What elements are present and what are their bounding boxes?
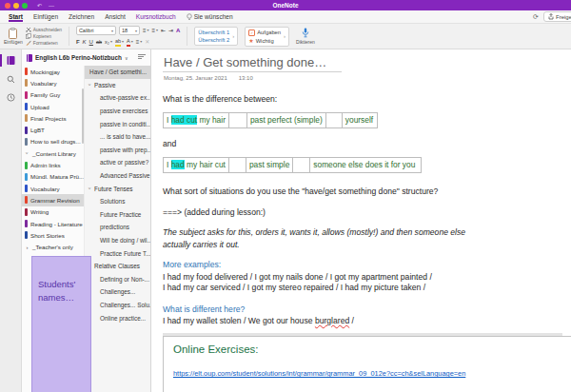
section-tab[interactable]: Upload <box>22 101 84 112</box>
page-item[interactable]: predictions <box>85 221 150 234</box>
styles-expand-icon[interactable]: › <box>232 33 234 39</box>
tab-ansicht[interactable]: Ansicht <box>105 11 126 22</box>
section-group[interactable]: ›_Content Library <box>22 147 84 159</box>
clear-button[interactable]: ✕ <box>145 38 149 46</box>
page-group[interactable]: ›Relative Clauses <box>85 260 150 273</box>
page-item[interactable]: active or passive? <box>85 156 150 169</box>
page-title[interactable]: Have / Get something done… <box>163 55 342 72</box>
tab-start[interactable]: Start <box>9 11 23 22</box>
page-group[interactable]: ›Passive <box>85 79 150 92</box>
chevron-down-icon: › <box>25 151 30 156</box>
dictate-button[interactable]: Diktieren <box>296 28 315 45</box>
font-color-button[interactable]: A▾ <box>127 37 133 47</box>
sort-icon[interactable] <box>138 54 146 60</box>
page-item[interactable]: Challenges... <box>85 285 150 299</box>
italic-button[interactable]: K <box>83 38 87 46</box>
section-tab[interactable]: Grammar Revision <box>22 194 84 206</box>
font-name-select[interactable]: Calibri▾ <box>76 26 116 35</box>
clear-formatting-button[interactable]: A <box>176 27 180 34</box>
cut-button[interactable]: Ausschneiden <box>26 27 62 32</box>
search-rail-button[interactable] <box>0 75 21 84</box>
notebook-header[interactable]: English L6b Perino-Notizbuch ∨ <box>22 49 150 66</box>
table-cell <box>325 112 342 127</box>
highlight-color-button[interactable]: ab▾ <box>115 37 124 47</box>
close-button[interactable] <box>5 3 10 9</box>
section-tab[interactable]: Mündl. Matura Prü... <box>22 171 84 183</box>
page-item[interactable]: Have / Get somethi... <box>85 66 150 79</box>
sync-status-icon[interactable]: ⟳ <box>533 13 539 20</box>
tag-todo[interactable]: ✓ Aufgaben <box>248 29 281 36</box>
section-tab[interactable]: LgBT <box>22 124 84 135</box>
page-group[interactable]: ›Future Tenses <box>85 182 150 195</box>
outdent-button[interactable]: ⇤ <box>161 27 166 34</box>
arrow-note: ===> (added during lesson:) <box>163 207 571 217</box>
bullet-list-button[interactable]: ≡▾ <box>143 27 149 34</box>
paste-button[interactable]: Einfügen <box>4 28 23 45</box>
subscript-button[interactable]: x₂▾ <box>105 38 112 46</box>
page-item[interactable]: Online practice... <box>85 311 150 324</box>
strikethrough-button[interactable]: ab <box>96 38 102 46</box>
page-item[interactable]: Challenges... Solu... <box>85 299 150 312</box>
scrollbar[interactable] <box>82 88 84 144</box>
section-tab[interactable]: Writing <box>22 206 84 218</box>
undo-icon[interactable]: ↶ <box>37 3 42 9</box>
page-item[interactable]: Future Practice <box>85 208 150 222</box>
section-label: Writing <box>30 208 49 215</box>
section-group[interactable]: ›_Teacher's only <box>22 241 84 252</box>
notebooks-rail-button[interactable] <box>0 55 21 66</box>
page-item[interactable]: Will be doing / wil... <box>85 234 150 247</box>
tab-kursnotizbuch[interactable]: Kursnotizbuch <box>136 11 176 22</box>
tags-gallery: ✓ Aufgaben ★ Wichtig › <box>245 27 289 47</box>
page-item[interactable]: passive with prep... <box>85 144 150 157</box>
misspelled-word: burglared <box>315 316 349 325</box>
tags-expand-icon[interactable]: › <box>284 33 286 39</box>
section-tab[interactable]: Final Projects <box>22 112 84 124</box>
section-tab[interactable]: Family Guy <box>22 89 84 101</box>
page-item[interactable]: Solutions <box>85 195 150 208</box>
minimize-button[interactable] <box>13 3 19 9</box>
page-item[interactable]: passive in conditi... <box>85 117 150 130</box>
numbered-list-button[interactable]: ≡▾ <box>151 27 158 34</box>
tag-important[interactable]: ★ Wichtig <box>248 38 281 44</box>
microphone-icon <box>302 28 309 38</box>
more-commands-icon[interactable]: — <box>49 3 54 9</box>
different-heading: What is different here? <box>163 304 571 314</box>
page-item[interactable]: active-passive ex... <box>85 91 150 105</box>
format-painter-button[interactable]: Formatieren <box>26 40 62 46</box>
section-tab[interactable]: Mockingjay <box>22 66 84 77</box>
page-label: ... is said to have... <box>100 133 150 140</box>
zoom-button[interactable] <box>22 3 28 9</box>
ribbon: Einfügen Ausschneiden Kopieren <box>0 24 571 49</box>
page-item[interactable]: passive exercises <box>85 105 150 118</box>
indent-button[interactable]: ⇥ <box>168 27 173 34</box>
share-button[interactable]: Freigeben <box>543 11 571 22</box>
page-label: Have / Get somethi... <box>89 69 147 75</box>
exercise-link[interactable]: https://elt.oup.com/student/solutions/in… <box>173 369 571 378</box>
page-item[interactable]: Practice Future T... <box>85 246 150 260</box>
section-tab[interactable]: Vocabulary <box>22 183 84 194</box>
tab-zeichnen[interactable]: Zeichnen <box>69 11 94 22</box>
bold-button[interactable]: F <box>76 38 80 46</box>
section-label: Mockingjay <box>30 69 60 75</box>
section-tab[interactable]: How to sell drugs... <box>22 136 84 147</box>
underline-button[interactable]: U <box>89 38 93 46</box>
style-heading1[interactable]: Überschrift 1 <box>198 29 229 35</box>
font-size-select[interactable]: 18▾ <box>119 26 140 35</box>
tab-einfuegen[interactable]: Einfügen <box>33 11 58 22</box>
style-heading2[interactable]: Überschrift 2 <box>198 37 229 43</box>
section-label: Family Guy <box>30 91 60 98</box>
page-item[interactable]: Defining or Non-... <box>85 273 150 286</box>
section-tab[interactable]: Reading - Literature <box>22 218 84 229</box>
section-tab[interactable]: Short Stories <box>22 229 84 241</box>
tell-me-button[interactable]: Sie wünschen <box>187 11 233 23</box>
page-item[interactable]: ... is said to have... <box>85 130 150 144</box>
paragraph-align-button[interactable]: ≡▾ <box>136 38 143 46</box>
pages-pane: Have / Get somethi...›Passiveactive-pass… <box>84 66 150 392</box>
copy-button[interactable]: Kopieren <box>26 33 62 39</box>
section-color-bar <box>25 127 28 134</box>
date-text: Montag, 25. Januar 2021 <box>164 75 227 81</box>
section-tab[interactable]: Voabulary <box>22 77 84 88</box>
page-item[interactable]: Advanced Passive <box>85 169 150 183</box>
recent-rail-button[interactable] <box>0 93 21 102</box>
section-tab[interactable]: Admin links <box>22 159 84 170</box>
